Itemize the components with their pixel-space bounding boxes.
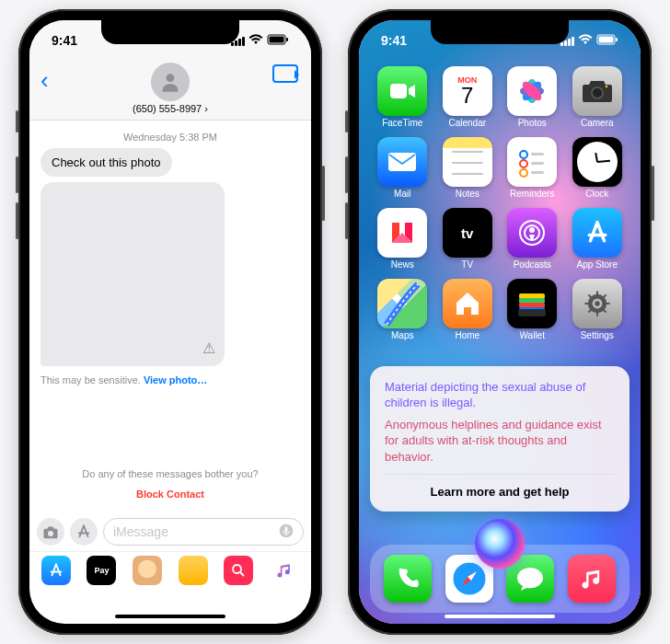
dock-music[interactable] xyxy=(568,555,616,603)
battery-icon xyxy=(267,33,289,48)
reminders-icon xyxy=(507,137,557,187)
home-app-grid: FaceTime MON7Calendar Photos Camera Mail… xyxy=(359,20,641,340)
app-podcasts[interactable]: Podcasts xyxy=(505,208,560,270)
svg-rect-1 xyxy=(270,37,284,43)
news-icon xyxy=(377,208,427,258)
svg-point-3 xyxy=(167,74,175,82)
siri-line-2: Anonymous helplines and guidance exist f… xyxy=(385,417,615,466)
app-store-button[interactable] xyxy=(70,518,98,546)
svg-rect-23 xyxy=(388,153,416,171)
battery-icon xyxy=(596,33,618,48)
app-app-store[interactable]: App Store xyxy=(571,208,625,270)
camera-button[interactable] xyxy=(37,518,64,546)
podcasts-icon xyxy=(507,208,557,258)
message-compose-row: iMessage xyxy=(29,512,311,551)
app-clock[interactable]: Clock xyxy=(571,137,625,199)
siri-orb-icon[interactable] xyxy=(475,519,525,569)
status-time: 9:41 xyxy=(52,33,77,48)
app-calendar[interactable]: MON7Calendar xyxy=(441,66,495,128)
notes-icon xyxy=(443,137,492,187)
apps-icon xyxy=(75,523,92,540)
app-facetime[interactable]: FaceTime xyxy=(375,66,430,128)
input-placeholder: iMessage xyxy=(113,524,168,539)
app-settings[interactable]: Settings xyxy=(571,279,625,340)
svg-rect-9 xyxy=(599,37,614,43)
svg-point-22 xyxy=(605,86,607,88)
facetime-video-button[interactable] xyxy=(272,64,298,83)
drawer-music-icon[interactable] xyxy=(270,556,299,585)
drawer-app-store-icon[interactable] xyxy=(41,556,71,585)
svg-rect-2 xyxy=(286,38,288,41)
app-news[interactable]: News xyxy=(375,208,430,270)
view-photo-link[interactable]: View photo… xyxy=(144,374,207,385)
svg-rect-25 xyxy=(531,153,544,155)
svg-point-7 xyxy=(233,565,241,573)
drawer-memoji-icon[interactable] xyxy=(133,556,162,585)
svg-rect-29 xyxy=(531,171,544,174)
music-icon xyxy=(579,566,605,592)
svg-rect-11 xyxy=(390,84,407,98)
svg-point-32 xyxy=(529,227,535,233)
facetime-icon xyxy=(388,81,416,101)
bother-prompt: Do any of these messages bother you? xyxy=(40,468,300,479)
message-input[interactable]: iMessage xyxy=(103,518,304,546)
app-notes[interactable]: Notes xyxy=(441,137,495,199)
maps-icon xyxy=(377,279,427,328)
safari-icon xyxy=(449,558,490,599)
siri-response-card: Material depicting the sexual abuse of c… xyxy=(370,366,630,512)
phone-right-home: 9:41 FaceTime MON7Calendar Photos Camera… xyxy=(348,9,652,635)
svg-point-4 xyxy=(48,531,53,536)
app-wallet[interactable]: Wallet xyxy=(505,279,560,340)
dictation-icon[interactable] xyxy=(279,523,294,541)
app-reminders[interactable]: Reminders xyxy=(505,137,560,199)
person-icon xyxy=(158,70,182,94)
wifi-icon xyxy=(248,33,263,48)
block-contact-button[interactable]: Block Contact xyxy=(40,489,300,500)
svg-rect-6 xyxy=(285,526,288,533)
messages-thread: Wednesday 5:38 PM Check out this photo ⚠… xyxy=(29,121,311,512)
phone-icon xyxy=(395,566,421,592)
tv-icon: tv xyxy=(443,208,492,258)
home-indicator[interactable] xyxy=(115,615,225,618)
settings-icon xyxy=(572,279,622,328)
drawer-stickers-icon[interactable] xyxy=(179,556,208,585)
app-maps[interactable]: Maps xyxy=(375,279,430,340)
app-home[interactable]: Home xyxy=(441,279,495,340)
imessage-app-drawer[interactable]: Pay xyxy=(29,551,311,594)
camera-icon xyxy=(572,66,622,116)
home-icon xyxy=(443,279,492,328)
contact-avatar[interactable] xyxy=(151,63,190,101)
clock-icon xyxy=(572,137,622,187)
svg-rect-37 xyxy=(518,309,546,316)
calendar-icon: MON7 xyxy=(448,72,487,110)
svg-rect-27 xyxy=(531,162,544,165)
svg-point-24 xyxy=(520,151,527,158)
siri-line-1: Material depicting the sexual abuse of c… xyxy=(385,379,615,411)
app-camera[interactable]: Camera xyxy=(571,66,625,128)
svg-point-21 xyxy=(593,88,602,98)
mail-icon xyxy=(377,137,427,187)
back-button[interactable]: ‹ xyxy=(40,66,49,95)
status-time: 9:41 xyxy=(381,33,407,48)
photos-icon xyxy=(507,66,557,116)
warning-icon[interactable]: ⚠︎ xyxy=(202,339,215,357)
camera-icon xyxy=(42,525,59,539)
drawer-search-icon[interactable] xyxy=(224,556,253,585)
incoming-message-photo-blurred[interactable]: ⚠︎ xyxy=(40,177,300,369)
svg-point-48 xyxy=(595,301,599,305)
app-tv[interactable]: tvTV xyxy=(441,208,495,270)
svg-point-28 xyxy=(520,169,527,177)
app-mail[interactable]: Mail xyxy=(375,137,430,199)
home-indicator[interactable] xyxy=(445,615,555,618)
drawer-apple-pay-icon[interactable]: Pay xyxy=(87,556,116,585)
device-notch xyxy=(101,20,239,44)
svg-rect-41 xyxy=(584,303,589,305)
messages-icon xyxy=(515,565,545,592)
device-notch xyxy=(431,20,569,44)
screen-messages: 9:41 ‹ (650) 555-8997 › Wednesday 5:38 P… xyxy=(29,20,311,624)
sensitive-warning: This may be sensitive. View photo… xyxy=(40,374,300,385)
contact-phone-number[interactable]: (650) 555-8997 › xyxy=(29,103,311,120)
siri-learn-more-button[interactable]: Learn more and get help xyxy=(385,474,615,500)
dock-phone[interactable] xyxy=(384,555,432,603)
app-photos[interactable]: Photos xyxy=(505,66,560,128)
